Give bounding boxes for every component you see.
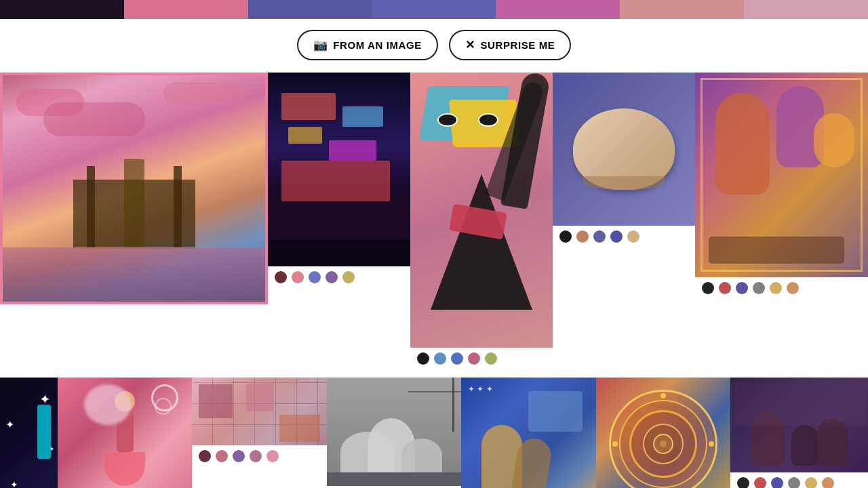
dot bbox=[753, 282, 765, 294]
abstract-color-dots bbox=[410, 348, 553, 369]
dot bbox=[485, 352, 497, 365]
hongkong-color-dots bbox=[268, 266, 410, 288]
gallery-item-dancer[interactable] bbox=[58, 378, 192, 488]
dot bbox=[576, 230, 589, 243]
color-segment-1 bbox=[0, 0, 124, 19]
color-segment-4 bbox=[372, 0, 496, 19]
dot bbox=[216, 450, 228, 462]
dot bbox=[737, 477, 749, 488]
color-segment-6 bbox=[620, 0, 744, 19]
dot bbox=[434, 352, 446, 365]
color-segment-3 bbox=[248, 0, 372, 19]
from-image-button[interactable]: 📷 FROM AN IMAGE bbox=[297, 30, 438, 60]
dot bbox=[292, 271, 304, 283]
dot bbox=[702, 282, 714, 294]
gallery-item-space[interactable]: ✦ ✦ ✦ ✦ bbox=[0, 378, 58, 488]
from-image-label: FROM AN IMAGE bbox=[333, 39, 422, 51]
dot bbox=[275, 271, 287, 283]
gallery-item-forest[interactable] bbox=[730, 378, 868, 488]
gallery-row-2: ✦ ✦ ✦ ✦ bbox=[0, 378, 868, 488]
dot bbox=[719, 282, 731, 294]
dot bbox=[451, 352, 463, 365]
gallery-item-mandala[interactable] bbox=[596, 378, 730, 488]
gallery-item-mythology[interactable]: ✦ ✦ ✦ bbox=[461, 378, 595, 488]
forest-color-dots bbox=[730, 472, 868, 488]
color-segment-5 bbox=[496, 0, 620, 19]
gallery-item-sydney[interactable] bbox=[327, 378, 461, 488]
dot bbox=[199, 450, 211, 462]
gallery-item-sunset-temple[interactable] bbox=[0, 73, 268, 304]
surprise-me-button[interactable]: ✕ SURPRISE ME bbox=[449, 30, 572, 60]
gallery-item-indian-art[interactable] bbox=[695, 73, 868, 378]
dot bbox=[787, 282, 799, 294]
dot bbox=[417, 352, 429, 365]
color-bar bbox=[0, 0, 868, 19]
dot bbox=[250, 450, 262, 462]
shell-color-dots bbox=[553, 226, 695, 247]
gallery-item-geometric[interactable] bbox=[192, 378, 326, 488]
color-segment-7 bbox=[744, 0, 868, 19]
dot bbox=[342, 271, 355, 283]
dot bbox=[736, 282, 748, 294]
gallery-row-1 bbox=[0, 73, 868, 378]
dot bbox=[559, 230, 572, 243]
dot bbox=[788, 477, 800, 488]
geometric-color-dots bbox=[192, 445, 326, 467]
dot bbox=[326, 271, 338, 283]
gallery-item-abstract-faces[interactable] bbox=[410, 73, 553, 378]
toolbar: 📷 FROM AN IMAGE ✕ SURPRISE ME bbox=[0, 19, 868, 73]
dot bbox=[822, 477, 834, 488]
dot bbox=[610, 230, 623, 243]
gallery: ✦ ✦ ✦ ✦ bbox=[0, 73, 868, 488]
indian-art-color-dots bbox=[695, 277, 868, 299]
dot bbox=[754, 477, 766, 488]
dot bbox=[770, 282, 782, 294]
gallery-item-hongkong[interactable] bbox=[268, 73, 410, 378]
dot bbox=[309, 271, 321, 283]
dot bbox=[233, 450, 245, 462]
dot bbox=[627, 230, 639, 243]
dot bbox=[267, 450, 279, 462]
shuffle-icon: ✕ bbox=[465, 38, 475, 52]
dot bbox=[771, 477, 783, 488]
color-segment-2 bbox=[124, 0, 248, 19]
camera-icon: 📷 bbox=[313, 38, 328, 52]
dot bbox=[468, 352, 480, 365]
dot bbox=[805, 477, 817, 488]
surprise-me-label: SURPRISE ME bbox=[480, 39, 555, 51]
dot bbox=[593, 230, 606, 243]
gallery-item-shell[interactable] bbox=[553, 73, 695, 378]
